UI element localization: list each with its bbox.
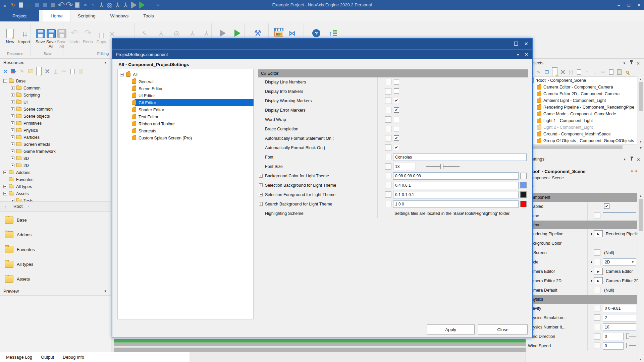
expand-icon[interactable]: +	[259, 183, 263, 187]
resources-tree-item[interactable]: +Scene common	[11, 106, 53, 113]
tab-windows[interactable]: Windows	[103, 10, 136, 21]
number-field[interactable]: 0	[603, 333, 624, 340]
maximize-button[interactable]: □	[624, 0, 634, 10]
res-tool-tools-blue[interactable]: ⚒	[3, 69, 8, 74]
default-button[interactable]	[594, 343, 600, 349]
obj-tool-search[interactable]	[625, 69, 630, 75]
ribbon-tool-transform-snap[interactable]: ⅄	[200, 27, 213, 39]
default-button[interactable]	[385, 79, 391, 85]
resources-tree-item[interactable]: +3D	[11, 155, 29, 162]
expand-ref-button[interactable]: ▶	[594, 268, 603, 275]
default-button[interactable]	[385, 154, 391, 160]
ribbon-tool-tools-wrench[interactable]: ⚒	[251, 27, 264, 39]
color-swatch[interactable]	[520, 201, 527, 207]
color-value-field[interactable]: 0.1 0.1 0.1	[393, 191, 519, 198]
default-button[interactable]	[385, 144, 391, 151]
default-button[interactable]	[385, 191, 391, 198]
default-button[interactable]	[385, 182, 391, 188]
dialog-tree-item-scene-editor[interactable]: Scene Editor	[126, 85, 163, 92]
resources-tree-item[interactable]: +Scripting	[11, 92, 40, 99]
ribbon-button-new[interactable]: ★New	[3, 27, 17, 44]
objects-vertical-scrollbar[interactable]: ▲ ▼	[638, 76, 643, 144]
default-button[interactable]	[385, 163, 391, 170]
obj-tool-paste[interactable]	[616, 69, 622, 75]
dialog-close-button[interactable]: ✕	[524, 41, 528, 47]
dialog-tree-item-ui-editor[interactable]: UI Editor	[126, 92, 155, 99]
obj-tool-rename-box[interactable]: I	[568, 69, 574, 75]
ribbon-tool-plug[interactable]: ⋈	[285, 27, 299, 39]
resources-dropdown-icon[interactable]: ▾	[104, 60, 106, 65]
scroll-up-icon[interactable]: ▲	[638, 193, 643, 198]
resources-tree-item[interactable]: +UI	[11, 99, 28, 106]
obj-tool-arrow-up[interactable]: ↑	[584, 69, 590, 75]
checkbox[interactable]	[394, 88, 399, 94]
settings-vertical-scrollbar[interactable]: ▲ ▼	[638, 193, 643, 362]
dialog-tree-item-shader-editor[interactable]: Shader Editor	[126, 106, 164, 113]
expand-icon[interactable]: +	[259, 202, 263, 206]
default-button[interactable]	[385, 88, 391, 95]
checkbox[interactable]	[394, 117, 399, 122]
ribbon-button-import[interactable]: ↓↓Import	[17, 27, 32, 44]
folder-item-addons[interactable]: Addons	[0, 227, 111, 242]
resources-toolbar[interactable]: ⚒▾✎★✕I✂	[0, 67, 111, 75]
objects-close-icon[interactable]: ✕	[636, 61, 640, 66]
res-tool-paste[interactable]	[78, 69, 84, 74]
ribbon-tool-transform-rotate[interactable]: ◎	[170, 27, 183, 39]
up-arrow-icon[interactable]: ↑	[4, 204, 7, 209]
settings-close-icon[interactable]: ✕	[637, 157, 640, 162]
default-button[interactable]	[594, 249, 600, 256]
default-button[interactable]	[385, 126, 391, 132]
bottom-tab-message-log[interactable]: Message Log	[6, 355, 32, 360]
checkbox[interactable]: ✔	[394, 135, 399, 141]
default-button[interactable]	[385, 98, 391, 104]
default-button[interactable]	[385, 107, 391, 113]
checkbox[interactable]	[394, 126, 399, 131]
obj-tool-pencil[interactable]: ✎	[536, 69, 541, 75]
res-tool-copy-page[interactable]	[70, 69, 75, 74]
slider-thumb[interactable]	[440, 164, 443, 169]
dialog-tree-item-shortcuts[interactable]: Shortcuts	[126, 127, 156, 134]
dialog-doc-close-icon[interactable]: ✕	[525, 52, 528, 57]
text-field[interactable]: 0 0 -9.81	[603, 305, 636, 312]
resources-tree-item[interactable]: +Screen effects	[11, 141, 50, 148]
settings-dropdown-icon[interactable]: ▾	[624, 157, 626, 162]
slider-thumb[interactable]	[626, 343, 629, 348]
obj-tool-delete-x[interactable]: ✕	[560, 69, 566, 75]
resources-tree-item[interactable]: −Base	[3, 77, 26, 84]
resources-breadcrumb-bar[interactable]: ↑ Root ›	[0, 201, 111, 212]
ribbon-tool-store[interactable]	[272, 27, 285, 39]
checkbox[interactable]: ✔	[394, 107, 399, 113]
text-field[interactable]: Consolas	[393, 154, 527, 161]
close-button-dialog[interactable]: Close	[478, 324, 528, 335]
resources-tree-item[interactable]: −Assets	[3, 190, 29, 197]
dialog-maximize-button[interactable]	[514, 42, 518, 46]
preview-dropdown-icon[interactable]: ▾	[104, 289, 106, 293]
res-tool-rename-box[interactable]: I	[53, 69, 58, 74]
resources-tree-item[interactable]: +Primitives	[11, 120, 42, 127]
checkbox[interactable]	[394, 79, 399, 84]
resources-tree-item[interactable]: +Tests	[11, 197, 33, 201]
settings-pin-icon[interactable]	[631, 158, 632, 161]
obj-tool-page-star[interactable]: ★	[552, 69, 557, 75]
bottom-tab-output[interactable]: Output	[41, 355, 54, 360]
objects-tree-item[interactable]: Camera Editor - Component_Camera	[537, 84, 613, 90]
objects-tree-item[interactable]: Ground - Component_MeshInSpace	[537, 131, 611, 137]
default-button[interactable]	[385, 135, 391, 141]
default-button[interactable]	[594, 333, 600, 340]
ribbon-tool-select-cursor[interactable]: ↖	[138, 27, 151, 39]
default-button[interactable]	[594, 305, 600, 311]
resources-tree-item[interactable]: +Common	[11, 84, 41, 92]
checkbox[interactable]: ✔	[604, 203, 609, 209]
number-field[interactable]: 0	[603, 342, 624, 350]
ribbon-tool-sort-bars[interactable]: ↑	[326, 27, 339, 39]
ribbon-tool-transform-move[interactable]: ⅄	[154, 27, 168, 39]
expand-icon[interactable]: +	[259, 193, 263, 196]
res-tool-palette[interactable]: ▾	[11, 69, 16, 74]
objects-dropdown-icon[interactable]: ▾	[623, 61, 625, 65]
folder-item-favorites[interactable]: Favorites	[0, 242, 111, 257]
objects-tree-item[interactable]: Group Of Objects - Component_GroupOfObje…	[537, 137, 634, 144]
close-button[interactable]: ✕	[634, 0, 644, 10]
resources-tree-item[interactable]: +Addons	[3, 169, 30, 176]
tab-home[interactable]: Home	[43, 10, 70, 21]
menu-project-button[interactable]: Project	[0, 10, 39, 21]
